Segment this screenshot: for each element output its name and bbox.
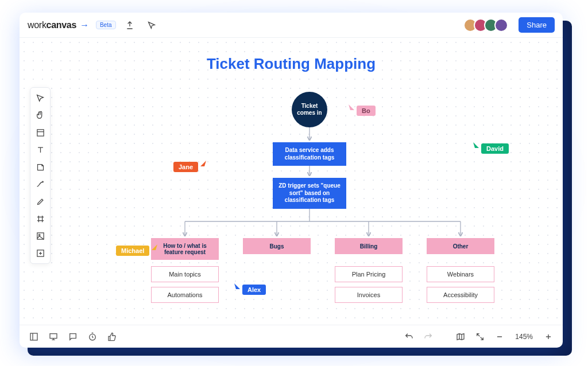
share-button[interactable]: Share (519, 17, 555, 33)
cursor-select-icon[interactable] (144, 17, 160, 33)
image-tool-icon[interactable] (32, 228, 48, 244)
node-step1[interactable]: Data service adds classification tags (273, 142, 346, 166)
svg-rect-0 (37, 129, 43, 135)
add-tool-icon[interactable] (32, 245, 48, 261)
brand-part2: canvas (47, 20, 76, 30)
arrow-icon: → (80, 20, 89, 30)
cursor-jane: Jane (173, 162, 207, 172)
cursor-alex: Alex (233, 285, 266, 295)
timer-icon[interactable] (85, 329, 100, 344)
shape-tool-icon[interactable] (32, 124, 48, 141)
cursor-michael: Michael (116, 246, 158, 256)
frame-tool-icon[interactable] (32, 211, 48, 227)
branch-item[interactable]: Webinars (427, 266, 494, 282)
branch-header[interactable]: Billing (335, 238, 403, 254)
comment-icon[interactable] (65, 329, 80, 344)
node-start[interactable]: Ticket comes in (292, 92, 327, 127)
hand-tool-icon[interactable] (32, 107, 48, 123)
canvas[interactable]: Ticket Routing Mapping (20, 38, 563, 325)
branch-item[interactable]: Automations (151, 287, 219, 303)
sticky-note-tool-icon[interactable] (32, 159, 48, 175)
cursor-label: David (481, 143, 509, 154)
topbar: workcanvas → Beta Share (20, 13, 563, 38)
branch-header[interactable]: How to / what is feature request (151, 238, 219, 260)
node-step2[interactable]: ZD trigger sets "queue sort" based on cl… (273, 178, 346, 209)
pointer-tool-icon[interactable] (32, 90, 48, 106)
brand-part1: work (28, 20, 47, 30)
present-icon[interactable] (46, 329, 61, 344)
brand-logo: workcanvas → (28, 20, 90, 30)
branch-header[interactable]: Bugs (243, 238, 311, 254)
pen-tool-icon[interactable] (32, 193, 48, 209)
cursor-label: Bo (357, 106, 376, 116)
branch-item[interactable]: Invoices (335, 287, 403, 303)
cursor-label: Michael (116, 246, 149, 256)
thumbsup-icon[interactable] (105, 329, 119, 344)
panels-icon[interactable] (26, 329, 41, 344)
app-window: workcanvas → Beta Share Ticket Routing M… (20, 13, 563, 348)
branch-header[interactable]: Other (427, 238, 494, 254)
zoom-out-icon[interactable] (492, 329, 507, 344)
bottombar: 145% (20, 325, 563, 348)
beta-badge: Beta (96, 21, 116, 29)
avatar[interactable] (494, 18, 508, 32)
svg-rect-13 (50, 333, 57, 338)
cursor-label: Jane (173, 162, 198, 172)
cursor-bo: Bo (347, 106, 376, 116)
fit-icon[interactable] (473, 329, 488, 344)
svg-rect-12 (30, 333, 37, 340)
collaborator-avatars (467, 18, 508, 32)
tool-palette (30, 87, 51, 264)
export-icon[interactable] (122, 17, 138, 33)
connector-tool-icon[interactable] (32, 176, 48, 192)
map-icon[interactable] (453, 329, 468, 344)
zoom-in-icon[interactable] (541, 329, 556, 344)
branch-item[interactable]: Main topics (151, 266, 219, 282)
svg-point-2 (38, 234, 40, 236)
diagram-title: Ticket Routing Mapping (20, 55, 563, 73)
redo-icon[interactable] (421, 329, 436, 344)
undo-icon[interactable] (401, 329, 416, 344)
cursor-label: Alex (242, 285, 266, 295)
branch-item[interactable]: Accessibility (427, 287, 494, 303)
branch-item[interactable]: Plan Pricing (335, 266, 403, 282)
text-tool-icon[interactable] (32, 142, 48, 158)
cursor-david: David (472, 143, 509, 154)
zoom-level[interactable]: 145% (512, 332, 536, 342)
